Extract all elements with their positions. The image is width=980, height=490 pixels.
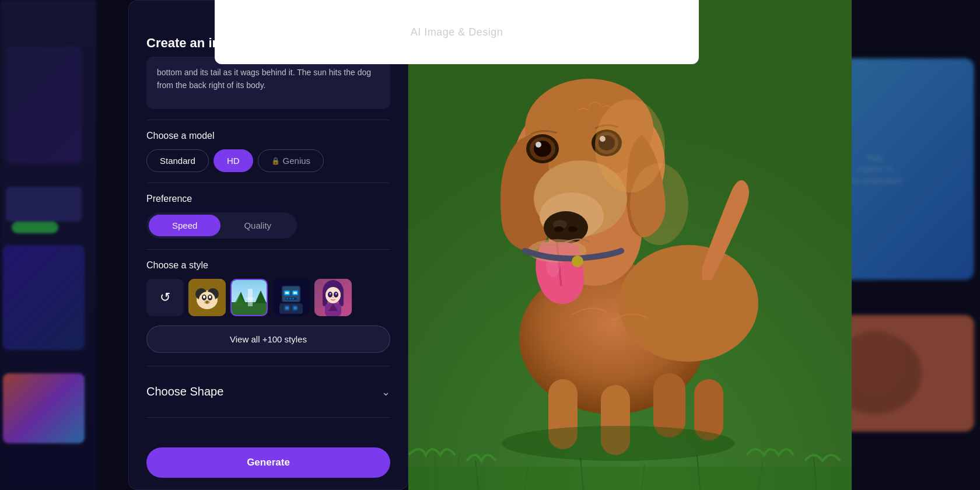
svg-point-90 (502, 426, 735, 461)
bg-card-1 (6, 47, 82, 163)
generate-button[interactable]: Generate (146, 447, 390, 478)
bg-left-panel (0, 0, 96, 490)
svg-point-2 (846, 330, 904, 394)
panel-title: Create an im (146, 36, 223, 50)
model-section-label: Choose a model (146, 131, 390, 141)
pref-btn-speed[interactable]: Speed (149, 215, 220, 236)
style-thumb-anime[interactable] (314, 279, 352, 316)
style-thumb-forest[interactable] (230, 279, 268, 316)
model-btn-standard[interactable]: Standard (146, 149, 209, 172)
svg-point-87 (572, 256, 583, 267)
divider-5 (146, 417, 390, 418)
svg-rect-30 (289, 298, 291, 299)
svg-rect-91 (408, 467, 852, 490)
svg-point-35 (285, 306, 289, 310)
style-thumb-panda[interactable] (188, 279, 226, 316)
svg-point-47 (336, 293, 337, 295)
svg-rect-29 (286, 298, 288, 299)
divider-4 (146, 366, 390, 366)
svg-point-36 (293, 306, 297, 310)
style-section-label: Choose a style (146, 260, 390, 271)
divider-1 (146, 120, 390, 120)
svg-point-46 (330, 293, 331, 295)
preference-toggle: Speed Quality (146, 212, 297, 239)
text-input-area[interactable]: bottom and its tail as it wags behind it… (146, 57, 390, 109)
model-buttons-group: Standard HD 🔒 Genius (146, 149, 390, 172)
bg-card-3 (3, 245, 85, 350)
dog-image (408, 0, 852, 490)
svg-point-89 (630, 163, 688, 245)
left-panel: Create an im bottom and its tail as it w… (128, 0, 408, 490)
svg-rect-31 (292, 298, 294, 299)
reset-icon: ↺ (160, 290, 170, 305)
svg-point-41 (326, 287, 341, 303)
svg-point-76 (568, 226, 578, 232)
preference-section-label: Preference (146, 194, 390, 204)
svg-point-80 (536, 142, 541, 148)
style-thumbnails: ↺ (146, 279, 390, 316)
bg-card-2 (6, 187, 82, 222)
svg-rect-32 (279, 303, 303, 314)
svg-rect-17 (246, 298, 255, 300)
style-thumb-reset[interactable]: ↺ (146, 279, 184, 316)
model-btn-hd[interactable]: HD (214, 149, 253, 172)
divider-3 (146, 249, 390, 250)
choose-shape-row[interactable]: Choose Shape ⌄ (146, 377, 390, 407)
divider-2 (146, 183, 390, 183)
svg-point-10 (203, 296, 205, 299)
bg-green-bar (12, 222, 58, 233)
top-overlay-text: AI Image & Design (411, 26, 503, 38)
style-thumb-cyber[interactable] (272, 279, 310, 316)
choose-shape-label: Choose Shape (146, 385, 223, 398)
bg-colorful (3, 373, 85, 443)
right-image-panel (408, 0, 852, 490)
svg-rect-26 (285, 292, 289, 294)
top-overlay-bar: AI Image & Design (215, 0, 699, 64)
chevron-down-icon: ⌄ (382, 386, 390, 398)
view-all-styles-button[interactable]: View all +100 styles (146, 326, 390, 353)
generate-btn-wrap: Generate (129, 439, 408, 489)
svg-point-75 (554, 226, 564, 232)
lock-icon: 🔒 (271, 157, 280, 165)
svg-point-63 (618, 245, 758, 362)
svg-point-48 (332, 297, 334, 298)
svg-rect-27 (293, 292, 297, 294)
model-btn-genius[interactable]: 🔒 Genius (258, 149, 324, 172)
svg-point-13 (206, 301, 209, 304)
svg-point-7 (199, 292, 215, 308)
svg-point-11 (209, 296, 211, 299)
dog-image-container (408, 0, 852, 490)
main-container: Create an im bottom and its tail as it w… (128, 0, 852, 490)
text-input-content: bottom and its tail as it wags behind it… (157, 68, 371, 90)
pref-btn-quality[interactable]: Quality (220, 215, 295, 236)
